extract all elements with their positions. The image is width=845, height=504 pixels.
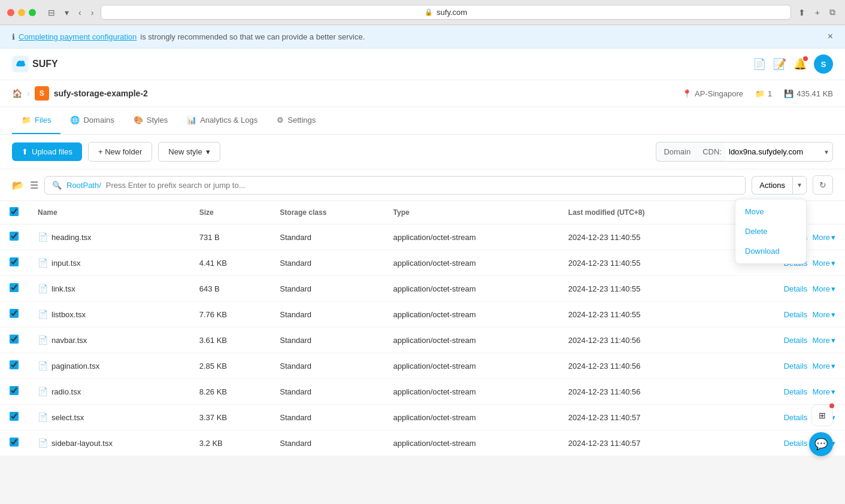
row-checkbox-cell[interactable]	[0, 276, 28, 302]
file-type-cell: application/octet-stream	[384, 302, 559, 327]
more-btn[interactable]: More ▾	[812, 284, 835, 293]
row-checkbox-cell[interactable]	[0, 224, 28, 250]
cdn-select[interactable]: ldox9na.sufydely.com	[725, 142, 833, 162]
tab-settings[interactable]: ⚙ Settings	[267, 107, 325, 134]
row-checkbox[interactable]	[10, 386, 19, 395]
upload-files-label: Upload files	[32, 147, 72, 156]
share-btn[interactable]: ⬆	[796, 6, 808, 19]
notification-btn[interactable]: 🔔	[793, 57, 807, 71]
domains-tab-icon: 🌐	[70, 116, 80, 125]
banner-close-btn[interactable]: ×	[828, 31, 833, 42]
file-modified-cell: 2024-12-23 11:40:55	[559, 250, 723, 276]
tab-analytics[interactable]: 📊 Analytics & Logs	[177, 107, 267, 134]
forward-btn[interactable]: ›	[89, 7, 96, 19]
name-col-header: Name	[28, 201, 190, 224]
download-action[interactable]: Download	[735, 241, 806, 261]
avatar[interactable]: S	[814, 54, 833, 74]
address-bar[interactable]: 🔒 sufy.com	[101, 5, 791, 20]
close-traffic-light[interactable]	[7, 9, 14, 16]
file-name-cell: 📄 navbar.tsx	[28, 327, 190, 353]
cdn-prefix-label: CDN:	[698, 142, 725, 162]
row-checkbox-cell[interactable]	[0, 379, 28, 405]
select-all-checkbox[interactable]	[10, 207, 19, 216]
file-actions-cell: Details More ▾	[723, 276, 845, 302]
row-checkbox[interactable]	[10, 257, 19, 266]
minimize-traffic-light[interactable]	[18, 9, 25, 16]
back-btn[interactable]: ‹	[76, 7, 84, 19]
list-view-btn[interactable]: ☰	[30, 180, 38, 191]
more-chevron-icon: ▾	[831, 362, 835, 371]
file-size-cell: 4.41 KB	[190, 250, 271, 276]
tab-domains[interactable]: 🌐 Domains	[60, 107, 123, 134]
storage-icon: 💾	[784, 89, 793, 98]
search-input[interactable]	[106, 181, 738, 190]
file-modified-cell: 2024-12-23 11:40:56	[559, 353, 723, 379]
edit-icon-btn[interactable]: 📝	[773, 57, 786, 71]
details-link[interactable]: Details	[784, 362, 808, 371]
row-checkbox[interactable]	[10, 283, 19, 292]
payment-link[interactable]: Completing payment configuration	[19, 32, 137, 41]
chat-icon: 💬	[814, 438, 828, 451]
file-name-cell: 📄 heading.tsx	[28, 224, 190, 250]
row-checkbox-cell[interactable]	[0, 405, 28, 430]
table-row: 📄 input.tsx 4.41 KB Standard application…	[0, 250, 845, 276]
row-checkbox[interactable]	[10, 232, 19, 241]
row-checkbox[interactable]	[10, 335, 19, 344]
more-btn[interactable]: More ▾	[812, 336, 835, 345]
logo[interactable]: SUFY	[12, 56, 58, 72]
tabs: 📁 Files 🌐 Domains 🎨 Styles 📊 Analytics &…	[0, 107, 845, 135]
new-tab-btn[interactable]: +	[813, 6, 822, 19]
row-checkbox-cell[interactable]	[0, 353, 28, 379]
home-icon[interactable]: 🏠	[12, 89, 22, 98]
details-link[interactable]: Details	[784, 336, 808, 345]
fullscreen-traffic-light[interactable]	[29, 9, 36, 16]
row-checkbox[interactable]	[10, 360, 19, 369]
details-link[interactable]: Details	[784, 310, 808, 319]
more-btn[interactable]: More ▾	[812, 259, 835, 268]
move-action[interactable]: Move	[735, 202, 806, 221]
row-checkbox[interactable]	[10, 412, 19, 421]
row-checkbox[interactable]	[10, 438, 19, 447]
grid-widget[interactable]: ⊞	[811, 405, 833, 426]
actions-chevron-btn[interactable]: ▾	[792, 176, 807, 195]
file-name-text: navbar.tsx	[52, 336, 87, 345]
details-link[interactable]: Details	[784, 284, 808, 293]
more-btn[interactable]: More ▾	[812, 387, 835, 396]
file-storage-cell: Standard	[270, 379, 383, 405]
document-icon-btn[interactable]: 📄	[753, 57, 766, 71]
row-checkbox-cell[interactable]	[0, 430, 28, 456]
tab-files[interactable]: 📁 Files	[12, 107, 60, 134]
tab-styles[interactable]: 🎨 Styles	[124, 107, 177, 134]
chevron-down-icon[interactable]: ▾	[62, 7, 71, 19]
select-all-col	[0, 201, 28, 224]
grid-notification-dot	[829, 403, 834, 408]
row-checkbox[interactable]	[10, 309, 19, 318]
refresh-button[interactable]: ↻	[813, 175, 833, 195]
row-checkbox-cell[interactable]	[0, 327, 28, 353]
details-link[interactable]: Details	[784, 387, 808, 396]
more-btn[interactable]: More ▾	[812, 310, 835, 319]
details-link[interactable]: Details	[784, 413, 808, 422]
folder-toggle-btn[interactable]: 📂	[12, 180, 24, 191]
delete-action[interactable]: Delete	[735, 221, 806, 241]
tabs-btn[interactable]: ⧉	[827, 6, 838, 19]
file-actions-cell: Details More ▾	[723, 302, 845, 327]
table-row: 📄 select.tsx 3.37 KB Standard applicatio…	[0, 405, 845, 430]
payment-banner: ℹ Completing payment configuration is st…	[0, 25, 845, 48]
file-storage-cell: Standard	[270, 224, 383, 250]
search-box[interactable]: 🔍 RootPath/	[44, 176, 746, 195]
details-link[interactable]: Details	[784, 439, 808, 448]
file-name-text: listbox.tsx	[52, 310, 86, 319]
more-btn[interactable]: More ▾	[812, 362, 835, 371]
actions-button[interactable]: Actions	[752, 176, 792, 195]
row-checkbox-cell[interactable]	[0, 302, 28, 327]
new-style-button[interactable]: New style ▾	[158, 142, 220, 162]
file-actions-cell: Details More ▾	[723, 379, 845, 405]
new-folder-button[interactable]: + New folder	[88, 142, 152, 162]
more-btn[interactable]: More ▾	[812, 233, 835, 242]
upload-files-button[interactable]: ⬆ Upload files	[12, 142, 82, 161]
sidebar-toggle-btn[interactable]: ⊟	[46, 7, 57, 19]
chat-widget[interactable]: 💬	[809, 432, 833, 456]
row-checkbox-cell[interactable]	[0, 250, 28, 276]
file-size-cell: 3.37 KB	[190, 405, 271, 430]
